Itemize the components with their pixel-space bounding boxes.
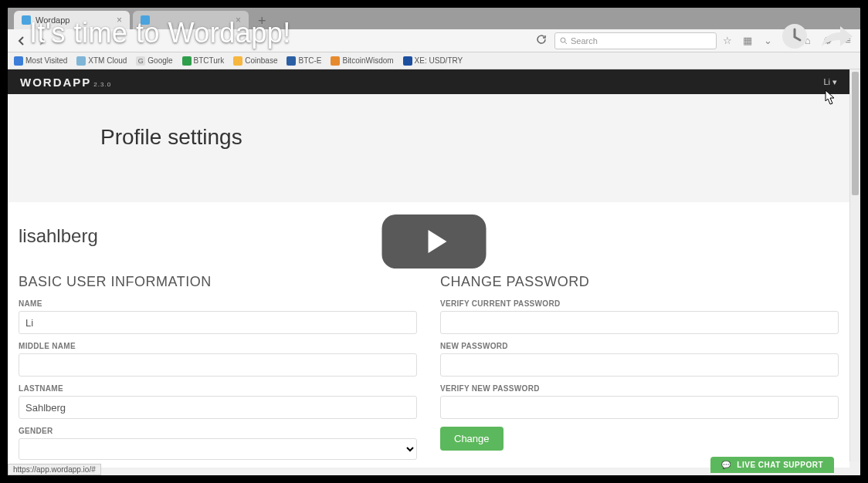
- bookmark-icon: [287, 56, 296, 66]
- bookmark-icon: [403, 56, 412, 66]
- bookmark-most-visited[interactable]: Most Visited: [14, 56, 67, 66]
- bookmark-btcturk[interactable]: BTCTurk: [182, 56, 225, 66]
- change-button[interactable]: Change: [440, 427, 504, 451]
- app-viewport: WORDAPP2.3.0 Li ▾ Profile settings lisah…: [8, 69, 860, 475]
- bookmark-coinbase[interactable]: Coinbase: [233, 56, 277, 66]
- status-bar: https://app.wordapp.io/#: [8, 464, 101, 475]
- bookmark-xe[interactable]: XE: USD/TRY: [403, 56, 463, 66]
- change-password-column: CHANGE PASSWORD VERIFY CURRENT PASSWORD …: [440, 274, 839, 468]
- app-logo[interactable]: WORDAPP2.3.0: [20, 76, 111, 89]
- bookmark-icon: [182, 56, 192, 66]
- user-menu[interactable]: Li ▾: [823, 77, 837, 87]
- bookmark-icon: [14, 56, 23, 66]
- gender-select[interactable]: [19, 438, 417, 460]
- middle-name-input[interactable]: [19, 353, 417, 377]
- bookmark-icon: G: [136, 56, 145, 66]
- verify-new-password-input[interactable]: [440, 396, 839, 419]
- dashboard-icon[interactable]: ▦: [741, 35, 754, 47]
- search-icon: [560, 37, 568, 45]
- play-button[interactable]: [382, 214, 487, 269]
- app-header: WORDAPP2.3.0 Li ▾: [8, 69, 849, 94]
- bookmark-icon: [233, 56, 242, 66]
- label-verify-new: VERIFY NEW PASSWORD: [440, 384, 839, 393]
- watch-later-icon[interactable]: [782, 23, 808, 49]
- verify-current-password-input[interactable]: [440, 311, 839, 334]
- label-middle-name: MIDDLE NAME: [19, 342, 417, 350]
- live-chat-button[interactable]: 💬 LIVE CHAT SUPPORT: [710, 457, 834, 473]
- chat-icon: 💬: [721, 461, 731, 469]
- star-icon[interactable]: ☆: [721, 35, 734, 47]
- search-placeholder: Search: [571, 36, 598, 46]
- bookmark-google[interactable]: GGoogle: [136, 56, 172, 66]
- label-name: NAME: [19, 299, 417, 308]
- video-title: It's time to Wordapp!: [29, 17, 291, 49]
- label-lastname: LASTNAME: [19, 384, 417, 393]
- section-title-basic: BASIC USER INFORMATION: [19, 274, 417, 290]
- play-icon: [422, 227, 451, 256]
- bookmark-icon: [76, 56, 86, 66]
- bookmark-xtm[interactable]: XTM Cloud: [76, 56, 127, 66]
- section-title-password: CHANGE PASSWORD: [440, 274, 839, 290]
- reload-icon[interactable]: [536, 34, 550, 48]
- new-password-input[interactable]: [440, 353, 839, 377]
- bookmark-icon: [331, 56, 340, 66]
- back-button[interactable]: [14, 33, 29, 49]
- page-title: Profile settings: [100, 125, 765, 150]
- share-icon[interactable]: [822, 25, 853, 48]
- video-top-controls: [782, 23, 853, 49]
- scrollbar-thumb[interactable]: [852, 72, 859, 195]
- vertical-scrollbar[interactable]: [849, 69, 860, 461]
- label-verify-current: VERIFY CURRENT PASSWORD: [440, 299, 839, 308]
- page-header-area: Profile settings: [8, 94, 849, 202]
- name-input[interactable]: [19, 311, 417, 334]
- lastname-input[interactable]: [19, 396, 417, 419]
- bookmark-btce[interactable]: BTC-E: [287, 56, 321, 66]
- label-new-password: NEW PASSWORD: [440, 342, 839, 350]
- label-gender: GENDER: [19, 427, 417, 435]
- bookmark-bitcoinwisdom[interactable]: BitcoinWisdom: [331, 56, 393, 66]
- svg-point-1: [561, 38, 565, 42]
- svg-line-2: [565, 42, 568, 44]
- search-box[interactable]: Search: [554, 32, 717, 49]
- pocket-icon[interactable]: ⌄: [761, 35, 774, 47]
- chevron-down-icon: ▾: [832, 77, 837, 87]
- video-player-frame: It's time to Wordapp! Wordapp × × +: [0, 0, 868, 483]
- bookmarks-bar: Most Visited XTM Cloud GGoogle BTCTurk C…: [8, 52, 860, 69]
- basic-info-column: BASIC USER INFORMATION NAME MIDDLE NAME: [19, 274, 417, 468]
